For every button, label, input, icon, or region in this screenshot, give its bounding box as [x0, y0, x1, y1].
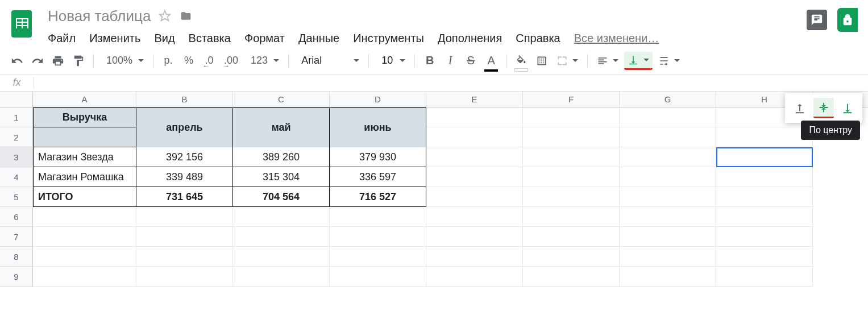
italic-button[interactable]: I: [441, 52, 459, 70]
cell-d1[interactable]: июнь: [330, 107, 426, 147]
cell-f8[interactable]: [523, 247, 620, 267]
strikethrough-button[interactable]: S: [462, 52, 480, 70]
col-header-e[interactable]: E: [426, 92, 523, 107]
cell-e3[interactable]: [426, 147, 523, 167]
menu-addons[interactable]: Дополнения: [431, 30, 509, 47]
row-header-6[interactable]: 6: [0, 207, 33, 227]
cell-f3[interactable]: [523, 147, 620, 167]
cell-f2[interactable]: [523, 127, 620, 147]
star-icon[interactable]: [159, 10, 171, 22]
folder-icon[interactable]: [179, 10, 193, 22]
cell-c7[interactable]: [233, 227, 330, 247]
row-header-9[interactable]: 9: [0, 267, 33, 287]
changes-link[interactable]: Все изменени…: [567, 30, 666, 47]
cell-e4[interactable]: [426, 167, 523, 187]
cell-g7[interactable]: [620, 227, 716, 247]
cell-b8[interactable]: [136, 247, 233, 267]
col-header-g[interactable]: G: [620, 92, 716, 107]
cell-e8[interactable]: [426, 247, 523, 267]
cell-a1[interactable]: Выручка: [33, 107, 136, 127]
undo-button[interactable]: [8, 52, 26, 70]
row-header-2[interactable]: 2: [0, 127, 33, 147]
text-wrap-button[interactable]: [655, 52, 683, 70]
cell-c3[interactable]: 389 260: [233, 147, 330, 167]
redo-button[interactable]: [28, 52, 47, 70]
cell-h2[interactable]: [716, 127, 813, 147]
cell-b1[interactable]: апрель: [136, 107, 233, 147]
cell-c4[interactable]: 315 304: [233, 167, 330, 187]
select-all-corner[interactable]: [0, 92, 33, 107]
document-title[interactable]: Новая таблица: [48, 7, 151, 25]
fill-color-button[interactable]: [512, 52, 530, 70]
font-size-dropdown[interactable]: 10: [375, 52, 409, 70]
cell-d8[interactable]: [330, 247, 426, 267]
cell-a8[interactable]: [33, 247, 136, 267]
cell-f4[interactable]: [523, 167, 620, 187]
horizontal-align-button[interactable]: [593, 52, 622, 70]
cell-e5[interactable]: [426, 187, 523, 207]
row-header-5[interactable]: 5: [0, 187, 33, 207]
font-dropdown[interactable]: Arial: [294, 52, 363, 70]
cell-g6[interactable]: [620, 207, 716, 227]
zoom-dropdown[interactable]: 100%: [99, 52, 147, 70]
menu-edit[interactable]: Изменить: [82, 30, 147, 47]
cell-a6[interactable]: [33, 207, 136, 227]
menu-format[interactable]: Формат: [238, 30, 292, 47]
borders-button[interactable]: [533, 52, 551, 70]
cell-h6[interactable]: [716, 207, 813, 227]
row-header-8[interactable]: 8: [0, 247, 33, 267]
cell-g5[interactable]: [620, 187, 716, 207]
cell-a9[interactable]: [33, 267, 136, 287]
cell-f6[interactable]: [523, 207, 620, 227]
paint-format-button[interactable]: [69, 52, 88, 70]
cell-h3[interactable]: [716, 147, 813, 167]
cell-b4[interactable]: 339 489: [136, 167, 233, 187]
percent-button[interactable]: %: [180, 52, 198, 70]
vertical-align-button[interactable]: [624, 52, 653, 70]
row-header-7[interactable]: 7: [0, 227, 33, 247]
cell-g1[interactable]: [620, 107, 716, 127]
cell-g8[interactable]: [620, 247, 716, 267]
cell-d3[interactable]: 379 930: [330, 147, 426, 167]
cell-d5[interactable]: 716 527: [330, 187, 426, 207]
cell-a7[interactable]: [33, 227, 136, 247]
cell-f7[interactable]: [523, 227, 620, 247]
cell-b5[interactable]: 731 645: [136, 187, 233, 207]
row-header-1[interactable]: 1: [0, 107, 33, 127]
cell-e1[interactable]: [426, 107, 523, 127]
increase-decimal-button[interactable]: .00→: [221, 52, 242, 70]
cell-a3[interactable]: Магазин Звезда: [33, 147, 136, 167]
cell-g3[interactable]: [620, 147, 716, 167]
cell-e2[interactable]: [426, 127, 523, 147]
decrease-decimal-button[interactable]: .0←: [200, 52, 218, 70]
print-button[interactable]: [49, 52, 67, 70]
cell-h4[interactable]: [716, 167, 813, 187]
cell-f9[interactable]: [523, 267, 620, 287]
cell-b7[interactable]: [136, 227, 233, 247]
cell-a5[interactable]: ИТОГО: [33, 187, 136, 207]
cell-h9[interactable]: [716, 267, 813, 287]
currency-button[interactable]: р.: [159, 52, 177, 70]
menu-help[interactable]: Справка: [509, 30, 567, 47]
cell-c5[interactable]: 704 564: [233, 187, 330, 207]
cell-h5[interactable]: [716, 187, 813, 207]
cell-c1[interactable]: май: [233, 107, 330, 147]
menu-tools[interactable]: Инструменты: [346, 30, 431, 47]
align-top-button[interactable]: [790, 98, 810, 118]
cell-e9[interactable]: [426, 267, 523, 287]
cell-g4[interactable]: [620, 167, 716, 187]
menu-file[interactable]: Файл: [48, 30, 82, 47]
cell-c8[interactable]: [233, 247, 330, 267]
row-header-4[interactable]: 4: [0, 167, 33, 187]
cell-d7[interactable]: [330, 227, 426, 247]
col-header-f[interactable]: F: [523, 92, 620, 107]
cell-g9[interactable]: [620, 267, 716, 287]
cell-e7[interactable]: [426, 227, 523, 247]
cell-b3[interactable]: 392 156: [136, 147, 233, 167]
cell-b9[interactable]: [136, 267, 233, 287]
cell-d4[interactable]: 336 597: [330, 167, 426, 187]
cell-d9[interactable]: [330, 267, 426, 287]
cell-c9[interactable]: [233, 267, 330, 287]
format-123-dropdown[interactable]: 123: [244, 52, 283, 70]
cell-d6[interactable]: [330, 207, 426, 227]
